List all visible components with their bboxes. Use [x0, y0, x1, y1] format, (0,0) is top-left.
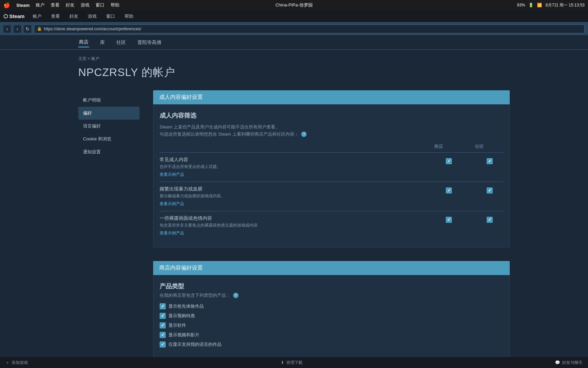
product-checkbox-3[interactable]: [160, 332, 166, 338]
steam-nav-help[interactable]: 帮助: [123, 13, 135, 20]
mac-topbar: 🍎 Steam 账户 查看 好友 游戏 窗口 帮助 China-PiPa-徐梦园…: [0, 0, 588, 10]
steam-nav-account[interactable]: 账户: [31, 13, 43, 20]
mac-topbar-center: China-PiPa-徐梦园: [275, 2, 312, 8]
back-button[interactable]: ‹: [3, 25, 11, 33]
filter-row-0-info: 常见成人内容 也许不适合所有受众的成人话题。 查看示例产品: [160, 157, 439, 178]
filter-row-0: 常见成人内容 也许不适合所有受众的成人话题。 查看示例产品: [160, 152, 503, 182]
filter-desc2-text: 勾选这些复选框以表明您想在 Steam 上看到哪些商店产品和社区内容：: [160, 132, 299, 137]
product-type-help-icon[interactable]: ?: [233, 293, 239, 298]
filter-row-2-store-checkbox[interactable]: [446, 217, 452, 223]
tab-community[interactable]: 社区: [116, 38, 127, 47]
filter-row-2-community-checkbox[interactable]: [487, 217, 493, 223]
apple-icon[interactable]: 🍎: [3, 2, 10, 9]
wifi-icon: 📶: [537, 3, 542, 7]
product-checkbox-row-1: 显示预购特惠: [160, 313, 503, 319]
add-game-icon: ＋: [5, 360, 10, 366]
steam-nav-friends[interactable]: 好友: [68, 13, 80, 20]
filter-row-2-store-wrap: [439, 217, 459, 223]
product-label-2: 显示软件: [168, 322, 186, 328]
content-filter-title: 成人内容筛选: [160, 111, 503, 120]
product-label-3: 显示视频和影片: [168, 332, 199, 338]
tab-library[interactable]: 库: [99, 38, 105, 47]
content-filter-desc1: Steam 上某些产品及用户生成内容可能不适合所有用户查看。: [160, 124, 503, 131]
filter-row-2-info: 一些裸露画面或色情内容 包含某些并非主要焦点的裸露或色情主题的游戏或内容 查看示…: [160, 215, 439, 236]
filter-row-2-desc: 包含某些并非主要焦点的裸露或色情主题的游戏或内容: [160, 223, 439, 228]
product-type-title: 产品类型: [160, 282, 503, 290]
col-community-header: 社区: [469, 143, 490, 150]
steam-nav-games[interactable]: 游戏: [86, 13, 98, 20]
menu-friends[interactable]: 好友: [66, 2, 75, 8]
adult-content-section: 成人内容偏好设置 成人内容筛选 Steam 上某些产品及用户生成内容可能不适合所…: [153, 90, 510, 247]
store-section-body: 产品类型 在我的商店里包含下列类型的产品： ? 显示抢先体验作品 显示预购特惠 …: [153, 275, 510, 358]
url-text: https://store.steampowered.com/account/p…: [44, 27, 141, 31]
content-filter-desc2: 勾选这些复选框以表明您想在 Steam 上看到哪些商店产品和社区内容： ?: [160, 131, 503, 138]
browser-bar: ‹ › ↻ 🔒 https://store.steampowered.com/a…: [0, 22, 588, 35]
friends-label: 好友与聊天: [562, 360, 583, 366]
mac-menu-left: 🍎 Steam 账户 查看 好友 游戏 窗口 帮助: [3, 2, 119, 9]
friends-chat-button[interactable]: 💬 好友与聊天: [555, 360, 583, 366]
filter-row-1-community-checkbox[interactable]: [487, 187, 493, 194]
manage-download-button[interactable]: ⬇ 管理下载: [281, 360, 303, 366]
filter-row-0-community-checkbox[interactable]: [487, 158, 493, 164]
page-title-area: NPCZRSLY 的帐户: [0, 62, 588, 80]
filter-row-0-store-wrap: [439, 158, 459, 164]
product-type-desc-text: 在我的商店里包含下列类型的产品：: [160, 293, 230, 298]
sidebar-item-cookie[interactable]: Cookie 和浏览: [78, 133, 140, 145]
sidebar-item-account-detail[interactable]: 帐户明细: [78, 94, 140, 107]
filter-row-1-store-checkbox[interactable]: [446, 187, 452, 194]
menu-help[interactable]: 帮助: [111, 2, 119, 8]
filter-row-1-desc: 展示极端暴力或血腥的游戏或内容。: [160, 193, 439, 199]
sidebar-item-notifications[interactable]: 通知设置: [78, 145, 140, 158]
menu-window[interactable]: 窗口: [96, 2, 104, 8]
menu-view[interactable]: 查看: [51, 2, 60, 8]
filter-row-0-title: 常见成人内容: [160, 157, 439, 163]
breadcrumb-sep: >: [87, 56, 91, 61]
menu-account[interactable]: 账户: [36, 2, 45, 8]
product-checkbox-4[interactable]: [160, 341, 166, 348]
steam-menu-label: Steam: [16, 3, 30, 8]
filter-row-1-title: 频繁出现暴力或血腥: [160, 186, 439, 192]
breadcrumb-home[interactable]: 主页: [78, 56, 86, 61]
steam-nav-window[interactable]: 窗口: [105, 13, 116, 20]
product-checkbox-1[interactable]: [160, 313, 166, 319]
filter-row-2: 一些裸露画面或色情内容 包含某些并非主要焦点的裸露或色情主题的游戏或内容 查看示…: [160, 211, 503, 240]
filter-row-1-link[interactable]: 查看示例产品: [160, 201, 184, 206]
tab-store[interactable]: 商店: [78, 38, 89, 47]
lock-icon: 🔒: [37, 27, 42, 31]
adult-section-body: 成人内容筛选 Steam 上某些产品及用户生成内容可能不适合所有用户查看。 勾选…: [153, 104, 510, 247]
url-bar[interactable]: 🔒 https://store.steampowered.com/account…: [34, 25, 585, 33]
product-checkbox-2[interactable]: [160, 322, 166, 328]
page-title: NPCZRSLY 的帐户: [78, 65, 510, 80]
col-store-header: 商店: [428, 143, 449, 150]
menu-games[interactable]: 游戏: [81, 2, 89, 8]
filter-row-2-checkboxes: [439, 215, 503, 223]
tab-user[interactable]: 普陀寺高僧: [137, 38, 162, 47]
filter-row-1-store-wrap: [439, 187, 459, 194]
friends-icon: 💬: [555, 360, 560, 365]
forward-button[interactable]: ›: [14, 25, 21, 33]
sidebar-item-preferences[interactable]: 偏好: [78, 107, 140, 120]
content-filter-help-icon[interactable]: ?: [301, 132, 307, 137]
filter-row-2-link[interactable]: 查看示例产品: [160, 231, 184, 235]
filter-column-headers: 商店 社区: [160, 143, 503, 150]
content-filter-desc: Steam 上某些产品及用户生成内容可能不适合所有用户查看。 勾选这些复选框以表…: [160, 124, 503, 138]
filter-row-0-link[interactable]: 查看示例产品: [160, 172, 184, 177]
refresh-button[interactable]: ↻: [24, 25, 31, 33]
bottom-bar: ＋ 添加游戏 ⬇ 管理下载 💬 好友与聊天: [0, 357, 588, 368]
product-checkbox-0[interactable]: [160, 303, 166, 309]
store-section-header: 商店内容偏好设置: [153, 261, 510, 275]
add-game-button[interactable]: ＋ 添加游戏: [5, 360, 28, 366]
filter-row-2-community-wrap: [479, 217, 500, 223]
product-label-0: 显示抢先体验作品: [168, 303, 204, 309]
steam-nav-view[interactable]: 查看: [50, 13, 61, 20]
filter-row-1: 频繁出现暴力或血腥 展示极端暴力或血腥的游戏或内容。 查看示例产品: [160, 182, 503, 211]
mac-topbar-right: 93% 🔋 📶 8月7日 周一 15:13:53: [517, 2, 585, 8]
filter-row-0-store-checkbox[interactable]: [446, 158, 452, 164]
steam-tabs: 商店 库 社区 普陀寺高僧: [0, 35, 588, 50]
right-content: 成人内容偏好设置 成人内容筛选 Steam 上某些产品及用户生成内容可能不适合所…: [153, 90, 510, 368]
sidebar-item-language[interactable]: 语言偏好: [78, 120, 140, 133]
left-sidebar: 帐户明细 偏好 语言偏好 Cookie 和浏览 通知设置: [78, 90, 140, 368]
product-checkbox-row-2: 显示软件: [160, 322, 503, 328]
adult-section-header: 成人内容偏好设置: [153, 90, 510, 104]
battery-icon: 🔋: [528, 3, 534, 7]
